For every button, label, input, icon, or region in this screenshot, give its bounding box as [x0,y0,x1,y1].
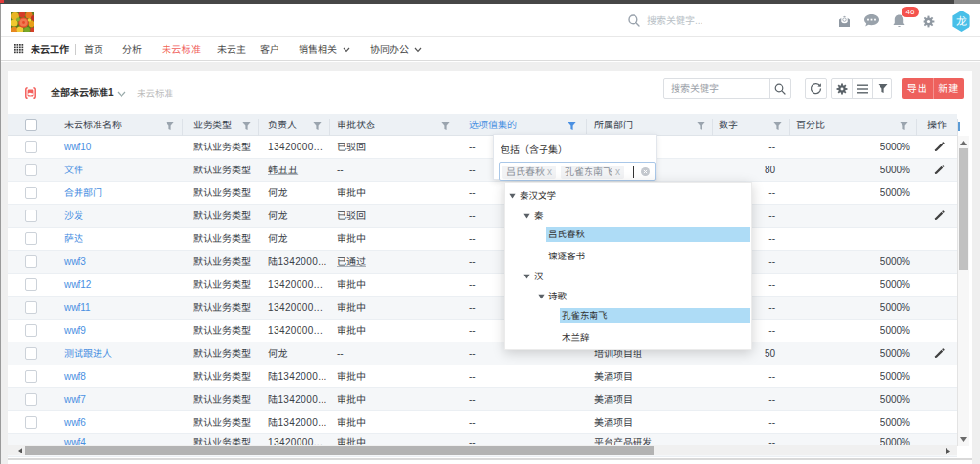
svg-text:龙: 龙 [956,12,967,28]
